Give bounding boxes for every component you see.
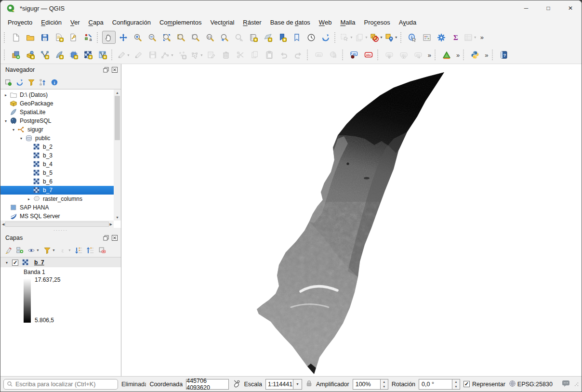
current-edits-button[interactable]: ▼: [117, 49, 131, 62]
spin-down-icon[interactable]: ▼: [381, 384, 388, 389]
expander-icon[interactable]: ▾: [10, 128, 17, 132]
toolbar-handle[interactable]: [377, 50, 380, 60]
search-input[interactable]: [15, 381, 115, 388]
dropdown-arrow-icon[interactable]: ▼: [395, 36, 398, 39]
show-bookmarks-button[interactable]: [290, 31, 304, 44]
select-by-location-button[interactable]: ▼: [384, 31, 398, 44]
browser-collapse-all-button[interactable]: [39, 78, 47, 86]
resize-grip-icon[interactable]: [574, 382, 579, 387]
new-map-view-button[interactable]: [261, 31, 275, 44]
menu-vectorial[interactable]: Vectorial: [206, 17, 238, 28]
browser-add-selected-layers-button[interactable]: [4, 78, 12, 86]
zoom-to-layer-button[interactable]: [189, 31, 202, 44]
render-checkbox[interactable]: ✓: [463, 381, 470, 387]
tree-item-raster-columns[interactable]: ▸raster_columns: [0, 195, 114, 203]
map-canvas[interactable]: [121, 64, 582, 376]
toolbar-handle[interactable]: [435, 50, 437, 60]
dropdown-arrow-icon[interactable]: ▼: [52, 248, 55, 252]
copy-features-button[interactable]: [248, 49, 262, 62]
add-virtual-layer-button[interactable]: [96, 49, 109, 62]
layer-diagram-options-button[interactable]: [327, 49, 340, 62]
add-spatialite-layer-button[interactable]: [53, 49, 66, 62]
scroll-left-icon[interactable]: ◀: [2, 222, 4, 226]
tree-item-b-5[interactable]: b_5: [0, 169, 114, 177]
collapse-all-button[interactable]: [87, 247, 94, 254]
coordinate-field[interactable]: 445706 4093620: [186, 379, 229, 390]
open-attribute-table-button[interactable]: ▼: [463, 31, 477, 44]
style-manager-button[interactable]: a: [81, 31, 95, 44]
toolbar-handle[interactable]: [334, 32, 337, 43]
project-save-button[interactable]: [38, 31, 52, 44]
grass-overflow-icon[interactable]: »: [454, 52, 462, 59]
menu-configuraci-n[interactable]: Configuración: [108, 17, 155, 28]
tree-item-postgresql[interactable]: ▾PostgreSQL: [0, 117, 114, 125]
layers-float-icon[interactable]: [103, 235, 109, 241]
tree-item-b-3[interactable]: b_3: [0, 151, 114, 160]
remove-layer-button[interactable]: [98, 247, 106, 254]
plugins-overflow-icon[interactable]: »: [482, 52, 490, 59]
scale-dropdown-icon[interactable]: ▼: [293, 379, 302, 390]
add-vector-layer-button[interactable]: [38, 49, 52, 62]
processing-toolbox-button[interactable]: [435, 31, 448, 44]
add-raster-layer-button[interactable]: [81, 49, 95, 62]
python-console-button[interactable]: [468, 49, 482, 62]
layers-close-icon[interactable]: [111, 235, 118, 241]
show-layout-manager-button[interactable]: [67, 31, 80, 44]
add-postgis-layer-button[interactable]: [67, 49, 80, 62]
tree-item-b-4[interactable]: b_4: [0, 160, 114, 169]
tree-item-b-6[interactable]: b_6: [0, 177, 114, 186]
label-options-button[interactable]: abc: [362, 49, 375, 62]
layer-visibility-checkbox[interactable]: ✓: [12, 260, 18, 266]
data-source-manager-button[interactable]: [9, 49, 23, 62]
grass-tools-button[interactable]: [440, 49, 453, 62]
toolbar-handle[interactable]: [97, 32, 99, 43]
zoom-last-button[interactable]: [218, 31, 231, 44]
tree-item-public[interactable]: ▾public: [0, 134, 114, 143]
scroll-thumb-horizontal[interactable]: [5, 222, 108, 227]
menu-complementos[interactable]: Complementos: [155, 17, 206, 28]
spin-up-icon[interactable]: ▲: [381, 379, 388, 384]
expander-icon[interactable]: ▾: [2, 119, 9, 123]
zoom-to-selection-button[interactable]: [174, 31, 188, 44]
close-button[interactable]: ✕: [559, 0, 582, 16]
browser-float-icon[interactable]: [103, 66, 109, 73]
crs-globe-icon[interactable]: [509, 380, 516, 389]
maximize-button[interactable]: □: [537, 0, 559, 16]
project-new-button[interactable]: [9, 31, 23, 44]
toolbar-handle[interactable]: [307, 50, 309, 60]
dropdown-arrow-icon[interactable]: ▼: [380, 36, 383, 39]
menu-ver[interactable]: Ver: [66, 17, 84, 28]
toolbar-handle[interactable]: [4, 32, 6, 43]
spin-down-icon[interactable]: ▼: [452, 384, 460, 389]
add-point-feature-button[interactable]: [175, 49, 189, 62]
pan-to-selection-button[interactable]: [117, 31, 130, 44]
menu-ayuda[interactable]: Ayuda: [395, 17, 421, 28]
layer-item-b7[interactable]: ▾ ✓ b_7: [0, 258, 121, 267]
select-features-by-value-button[interactable]: ▼: [355, 31, 369, 44]
menu-r-ster[interactable]: Ráster: [238, 17, 265, 28]
show-hidden-labels-button[interactable]: abc: [397, 49, 410, 62]
scroll-thumb[interactable]: [115, 96, 120, 140]
expander-icon[interactable]: ▸: [2, 93, 9, 97]
redo-button[interactable]: [291, 49, 305, 62]
modify-attributes-button[interactable]: [205, 49, 218, 62]
tree-item-geopackage[interactable]: GeoPackage: [0, 99, 114, 108]
dropdown-arrow-icon[interactable]: ▼: [474, 36, 477, 39]
toolbar-handle[interactable]: [342, 50, 344, 60]
zoom-full-button[interactable]: [160, 31, 173, 44]
spin-up-icon[interactable]: ▲: [452, 379, 460, 384]
browser-properties-button[interactable]: i: [51, 78, 58, 86]
save-layer-edits-button[interactable]: [146, 49, 159, 62]
digitize-with-segment-button[interactable]: ▼: [160, 49, 174, 62]
scroll-right-icon[interactable]: ▶: [110, 222, 112, 226]
filter-by-expression-button[interactable]: ε▼: [59, 247, 71, 254]
toolbar-handle[interactable]: [463, 50, 465, 60]
expander-icon[interactable]: ▾: [18, 136, 25, 141]
browser-close-icon[interactable]: [111, 66, 118, 73]
show-statistics-button[interactable]: Σ: [449, 31, 463, 44]
pin-unpin-labels-button[interactable]: abc: [383, 49, 396, 62]
toolbar-handle[interactable]: [4, 50, 6, 60]
crs-label[interactable]: EPSG:25830: [517, 381, 553, 388]
messages-icon[interactable]: [562, 380, 570, 389]
browser-vertical-scrollbar[interactable]: ▲ ▼: [114, 90, 121, 221]
